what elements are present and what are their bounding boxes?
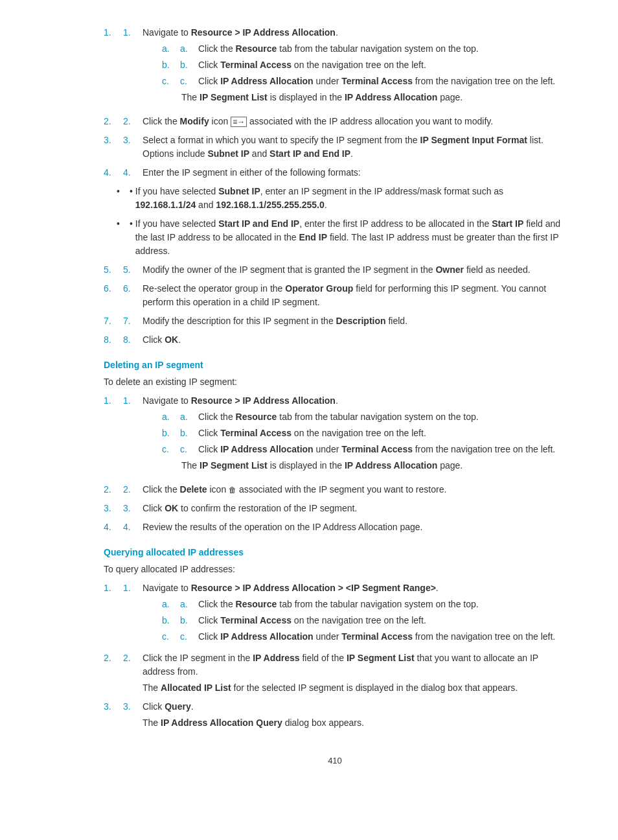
del-step-number-4: 4. — [123, 520, 139, 534]
step-8-content: Click OK. — [143, 333, 566, 347]
del-step-number-2: 2. — [123, 483, 139, 496]
q-substep-1c: c. Click IP Address Allocation under Ter… — [162, 630, 566, 644]
q-substep-1a-content: Click the Resource tab from the tabular … — [198, 598, 566, 611]
q-sub-list-1: a. Click the Resource tab from the tabul… — [162, 598, 566, 644]
q-substep-1c-content: Click IP Address Allocation under Termin… — [198, 630, 566, 644]
q-step-2-info: The Allocated IP List for the selected I… — [143, 681, 566, 695]
q-substep-1b: b. Click Terminal Access on the navigati… — [162, 614, 566, 627]
querying-intro: To query allocated IP addresses: — [104, 563, 566, 576]
q-step-2-content: Click the IP segment in the IP Address f… — [143, 651, 566, 695]
del-substep-1a: a. Click the Resource tab from the tabul… — [162, 410, 566, 424]
substep-label-c: c. — [180, 75, 194, 88]
querying-heading: Querying allocated IP addresses — [104, 547, 566, 557]
step-5: 5. Modify the owner of the IP segment th… — [104, 263, 566, 277]
del-substep-1a-content: Click the Resource tab from the tabular … — [198, 410, 566, 424]
deleting-steps-list: 1. Navigate to Resource > IP Address All… — [104, 394, 566, 534]
q-substep-label-a: a. — [180, 598, 194, 611]
step-8: 8. Click OK. — [104, 333, 566, 347]
del-step-1-substeps: a. Click the Resource tab from the tabul… — [162, 410, 566, 472]
q-step-3: 3. Click Query. The IP Address Allocatio… — [104, 700, 566, 730]
substep-1c-content: Click IP Address Allocation under Termin… — [198, 75, 566, 88]
del-step-1: 1. Navigate to Resource > IP Address All… — [104, 394, 566, 478]
del-substep-label-b: b. — [180, 426, 194, 440]
bullet-dot-1: • — [130, 185, 135, 198]
step-4: 4. Enter the IP segment in either of the… — [104, 166, 566, 180]
substep-label-a: a. — [180, 42, 194, 56]
q-step-2: 2. Click the IP segment in the IP Addres… — [104, 651, 566, 695]
deleting-intro: To delete an existing IP segment: — [104, 375, 566, 389]
q-substep-1a: a. Click the Resource tab from the tabul… — [162, 598, 566, 611]
substep-label-b: b. — [180, 58, 194, 72]
del-sub-list-1: a. Click the Resource tab from the tabul… — [162, 410, 566, 456]
step-number-4: 4. — [123, 166, 139, 180]
substep-1b: b. Click Terminal Access on the navigati… — [162, 58, 566, 72]
step-6: 6. Re-select the operator group in the O… — [104, 282, 566, 309]
modify-icon: ≡→ — [231, 117, 247, 127]
bullet-subnet-ip: • If you have selected Subnet IP, enter … — [117, 185, 566, 212]
bullet-start-end-ip: • If you have selected Start IP and End … — [117, 217, 566, 258]
step-1-bold: Resource > IP Address Allocation — [191, 27, 336, 38]
deleting-heading: Deleting an IP segment — [104, 360, 566, 370]
del-step-1-content: Navigate to Resource > IP Address Alloca… — [143, 394, 566, 478]
del-step-3-content: Click OK to confirm the restoration of t… — [143, 502, 566, 515]
del-step-4: 4. Review the results of the operation o… — [104, 520, 566, 534]
q-step-number-1: 1. — [123, 581, 139, 646]
del-step-4-content: Review the results of the operation on t… — [143, 520, 566, 534]
bullet-dot-2: • — [130, 217, 135, 231]
q-step-3-info: The IP Address Allocation Query dialog b… — [143, 716, 566, 730]
substep-1a: a. Click the Resource tab from the tabul… — [162, 42, 566, 56]
step-2-content: Click the Modify icon ≡→ associated with… — [143, 115, 566, 128]
q-step-1: 1. Navigate to Resource > IP Address All… — [104, 581, 566, 646]
step-3-content: Select a format in which you want to spe… — [143, 134, 566, 161]
step-number-5: 5. — [123, 263, 139, 277]
q-step-1-substeps: a. Click the Resource tab from the tabul… — [162, 598, 566, 644]
substep-1b-content: Click Terminal Access on the navigation … — [198, 58, 566, 72]
modifying-steps-continued: 5. Modify the owner of the IP segment th… — [104, 263, 566, 347]
q-substep-1b-content: Click Terminal Access on the navigation … — [198, 614, 566, 627]
del-step-3: 3. Click OK to confirm the restoration o… — [104, 502, 566, 515]
step-4-content: Enter the IP segment in either of the fo… — [143, 166, 566, 180]
modifying-steps-list: 1. Navigate to Resource > IP Address All… — [104, 26, 566, 180]
del-step-2: 2. Click the Delete icon 🗑 associated wi… — [104, 483, 566, 496]
del-step-2-content: Click the Delete icon 🗑 associated with … — [143, 483, 566, 496]
q-step-3-content: Click Query. The IP Address Allocation Q… — [143, 700, 566, 730]
q-step-number-3: 3. — [123, 700, 139, 730]
step-1-substeps: a. Click the Resource tab from the tabul… — [162, 42, 566, 104]
del-substep-1b-content: Click Terminal Access on the navigation … — [198, 426, 566, 440]
step-7: 7. Modify the description for this IP se… — [104, 314, 566, 328]
step-5-content: Modify the owner of the IP segment that … — [143, 263, 566, 277]
step-1: 1. Navigate to Resource > IP Address All… — [104, 26, 566, 110]
substep-1c: c. Click IP Address Allocation under Ter… — [162, 75, 566, 88]
del-substep-1b: b. Click Terminal Access on the navigati… — [162, 426, 566, 440]
q-substep-label-c: c. — [180, 630, 194, 644]
step-number-8: 8. — [123, 333, 139, 347]
step-number-2: 2. — [123, 115, 139, 128]
substep-1a-content: Click the Resource tab from the tabular … — [198, 42, 566, 56]
q-step-1-content: Navigate to Resource > IP Address Alloca… — [143, 581, 566, 646]
page-number: 410 — [104, 756, 566, 765]
step-2: 2. Click the Modify icon ≡→ associated w… — [104, 115, 566, 128]
step-1-content: Navigate to Resource > IP Address Alloca… — [143, 26, 566, 110]
bullet-start-end-ip-content: If you have selected Start IP and End IP… — [135, 217, 566, 258]
step-number-3: 3. — [123, 134, 139, 161]
del-substep-1c-content: Click IP Address Allocation under Termin… — [198, 443, 566, 456]
step-7-content: Modify the description for this IP segme… — [143, 314, 566, 328]
delete-icon: 🗑 — [229, 484, 236, 496]
step-6-content: Re-select the operator group in the Oper… — [143, 282, 566, 309]
step-number-6: 6. — [123, 282, 139, 309]
format-bullets: • If you have selected Subnet IP, enter … — [117, 185, 566, 258]
step-number-7: 7. — [123, 314, 139, 328]
querying-steps-list: 1. Navigate to Resource > IP Address All… — [104, 581, 566, 730]
page: 1. Navigate to Resource > IP Address All… — [0, 0, 618, 840]
del-substep-label-a: a. — [180, 410, 194, 424]
del-substep-label-c: c. — [180, 443, 194, 456]
del-substep-1c: c. Click IP Address Allocation under Ter… — [162, 443, 566, 456]
del-step-number-3: 3. — [123, 502, 139, 515]
q-step-number-2: 2. — [123, 651, 139, 695]
q-substep-label-b: b. — [180, 614, 194, 627]
sub-list-1: a. Click the Resource tab from the tabul… — [162, 42, 566, 88]
main-content: 1. Navigate to Resource > IP Address All… — [104, 26, 566, 765]
del-step-1-info: The IP Segment List is displayed in the … — [181, 459, 566, 472]
del-step-number-1: 1. — [123, 394, 139, 478]
step-3: 3. Select a format in which you want to … — [104, 134, 566, 161]
